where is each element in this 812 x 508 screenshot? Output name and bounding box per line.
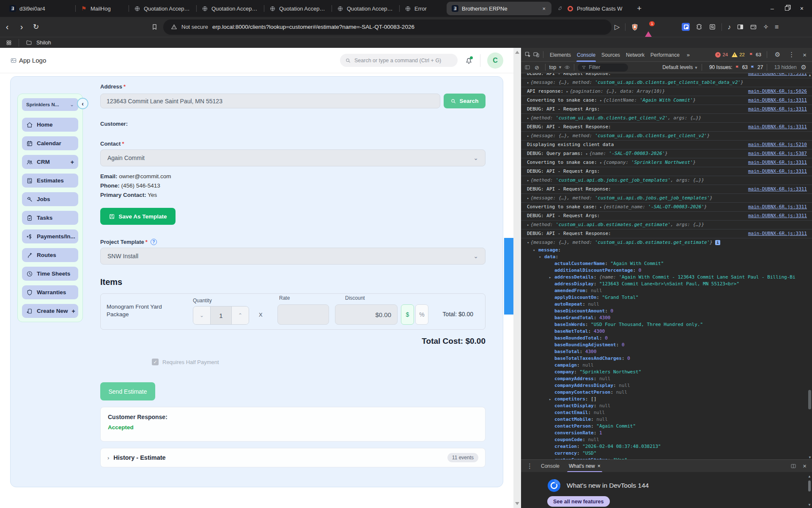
- devtools-tab-elements[interactable]: Elements: [547, 48, 574, 62]
- whats-new-scrollbar[interactable]: ▲▼: [808, 475, 811, 507]
- expand-triangle-icon[interactable]: ▸: [549, 396, 554, 403]
- quantity-decrease-button[interactable]: ⌄: [193, 306, 210, 324]
- back-button[interactable]: ‹: [0, 22, 14, 32]
- sidebar-panel-icon[interactable]: [737, 23, 744, 30]
- extensions-puzzle-icon[interactable]: [696, 23, 703, 30]
- menu-icon[interactable]: ≡: [775, 23, 779, 31]
- drawer-split-icon[interactable]: [790, 463, 796, 469]
- context-selector[interactable]: top▼: [549, 64, 562, 70]
- discount-input[interactable]: $0.00: [335, 304, 398, 325]
- console-sidebar-toggle-icon[interactable]: [524, 64, 530, 70]
- sidebar-item-time-sheets[interactable]: Time Sheets: [22, 267, 78, 281]
- half-payment-checkbox[interactable]: ✓: [152, 359, 159, 365]
- apps-grid-icon[interactable]: [6, 40, 12, 46]
- scroll-up-arrow[interactable]: [515, 51, 519, 54]
- source-link[interactable]: main-DUBNX-6R.js:3311: [748, 229, 807, 238]
- app-logo[interactable]: App Logo: [10, 57, 46, 64]
- warning-count-badge[interactable]: 22: [732, 52, 745, 57]
- project-template-select[interactable]: SNW Install ⌄: [100, 248, 486, 265]
- more-tabs-icon[interactable]: »: [684, 52, 692, 58]
- issues-summary[interactable]: 90 Issues: 63 27: [709, 64, 763, 70]
- search-in-page-icon[interactable]: [709, 23, 716, 30]
- console-scrollbar[interactable]: ▲ ▼: [807, 73, 812, 459]
- discount-dollar-button[interactable]: $: [401, 304, 414, 325]
- expand-triangle-icon[interactable]: ▾: [533, 247, 538, 254]
- expand-triangle-icon[interactable]: ▸: [527, 223, 529, 227]
- plus-icon[interactable]: +: [72, 308, 75, 315]
- expand-triangle-icon[interactable]: ▸: [527, 116, 529, 120]
- source-link[interactable]: main-DUBNX-6R.js:3311: [748, 212, 807, 220]
- browser-tab[interactable]: ⚑MailHog: [75, 0, 129, 17]
- browser-tab[interactable]: Ǝd3i9ei0ar4: [4, 0, 75, 17]
- history-accordion[interactable]: › History - Estimate 11 events: [100, 448, 486, 467]
- source-link[interactable]: main-DUBNX-6R.js:3311: [748, 203, 807, 211]
- log-levels-select[interactable]: Default levels ▼: [662, 64, 698, 70]
- tab-close-icon[interactable]: ×: [541, 6, 546, 12]
- restore-button[interactable]: [785, 6, 789, 11]
- source-link[interactable]: main-DUBNX-6R.js:5026: [748, 87, 807, 96]
- drawer-tab-console[interactable]: Console: [538, 460, 563, 472]
- issues-flag-badge[interactable]: 63: [749, 52, 761, 58]
- filter-settings-gear-icon[interactable]: ⚙: [799, 64, 809, 71]
- address-input[interactable]: 123643 Commit Lane Saint Paul, MN 55123: [100, 94, 440, 108]
- url-field[interactable]: Not secure erp.local:8000/clients?lookup…: [163, 19, 612, 35]
- browser-tab[interactable]: Quotation Accepted: [264, 0, 332, 17]
- source-link[interactable]: main-DUBNX-6R.js:3311: [748, 185, 807, 193]
- expand-triangle-icon[interactable]: ▸: [586, 152, 588, 156]
- brave-rewards-icon[interactable]: 1: [645, 24, 652, 30]
- sidebar-item-calendar[interactable]: Calendar: [22, 136, 78, 150]
- source-link[interactable]: main-DUBNX-6R.js:5210: [748, 141, 807, 149]
- discount-percent-button[interactable]: %: [415, 304, 428, 325]
- source-link[interactable]: main-DUBNX-6R.js:3311: [748, 73, 807, 78]
- close-button[interactable]: ×: [800, 5, 804, 12]
- devtools-tab-sources[interactable]: Sources: [598, 48, 623, 62]
- sidebar-item-create-new[interactable]: Create New+: [22, 304, 78, 318]
- see-all-new-features-button[interactable]: See all new features: [547, 496, 610, 507]
- inspect-element-icon[interactable]: [524, 51, 531, 58]
- hidden-messages-count[interactable]: 13 hidden: [774, 64, 797, 70]
- company-select[interactable]: Sprinklers N... ⌄: [22, 98, 78, 111]
- devtools-tab-network[interactable]: Network: [623, 48, 647, 62]
- browser-tab[interactable]: Error: [399, 0, 447, 17]
- app-scrollbar[interactable]: [513, 48, 521, 508]
- password-manager-icon[interactable]: [682, 23, 690, 31]
- expand-triangle-icon[interactable]: ▸: [600, 160, 602, 165]
- expand-triangle-icon[interactable]: ▸: [527, 196, 529, 200]
- expand-triangle-icon[interactable]: ▸: [527, 134, 529, 138]
- inner-scroll-indicator[interactable]: [504, 238, 513, 315]
- expand-triangle-icon[interactable]: ▸: [566, 89, 568, 94]
- quantity-increase-button[interactable]: ⌃: [232, 306, 249, 324]
- source-link[interactable]: main-DUBNX-6R.js:3311: [748, 105, 807, 113]
- address-search-button[interactable]: Search: [444, 94, 486, 108]
- browser-tab[interactable]: Profitable Casts W: [551, 0, 631, 17]
- new-tab-button[interactable]: +: [631, 4, 647, 13]
- source-link[interactable]: main-DUBNX-6R.js:3311: [748, 123, 807, 131]
- reload-button[interactable]: ↻: [29, 22, 43, 31]
- browser-tab[interactable]: ƎBrotherton ERPNe×: [447, 2, 551, 15]
- devtools-close-icon[interactable]: ×: [801, 51, 809, 58]
- quantity-value[interactable]: 1: [210, 306, 232, 324]
- forward-button[interactable]: ›: [14, 22, 29, 32]
- source-link[interactable]: main-DUBNX-6R.js:3311: [748, 96, 807, 105]
- media-music-icon[interactable]: ♪: [727, 23, 731, 31]
- source-link[interactable]: main-DUBNX-6R.js:3311: [748, 158, 807, 167]
- clear-console-icon[interactable]: ⊘: [532, 64, 541, 71]
- contact-select[interactable]: Again Commit ⌄: [100, 149, 486, 166]
- sidebar-item-warranties[interactable]: Warranties: [22, 285, 78, 299]
- sidebar-item-estimates[interactable]: Estimates: [22, 174, 78, 188]
- leo-ai-sparkle-icon[interactable]: ✧: [763, 23, 768, 31]
- drawer-menu-icon[interactable]: ⋮: [524, 462, 535, 470]
- devtools-tab-console[interactable]: Console: [574, 48, 598, 62]
- wallet-icon[interactable]: [750, 23, 757, 30]
- devtools-menu-icon[interactable]: ⋮: [786, 51, 797, 58]
- sidebar-item-routes[interactable]: Routes: [22, 248, 78, 262]
- sidebar-item-crm[interactable]: CRM+: [22, 155, 78, 169]
- bookmark-folder-shiloh[interactable]: Shiloh: [36, 40, 51, 46]
- help-icon[interactable]: ?: [151, 239, 157, 245]
- sidebar-item-payments-in[interactable]: Payments/In...: [22, 229, 78, 243]
- expand-triangle-icon[interactable]: ▸: [549, 274, 554, 281]
- send-estimate-button[interactable]: Send Estimate: [100, 382, 155, 400]
- eye-icon[interactable]: [564, 64, 570, 70]
- minimize-button[interactable]: –: [771, 5, 774, 12]
- source-link[interactable]: main-DUBNX-6R.js:5387: [748, 149, 807, 158]
